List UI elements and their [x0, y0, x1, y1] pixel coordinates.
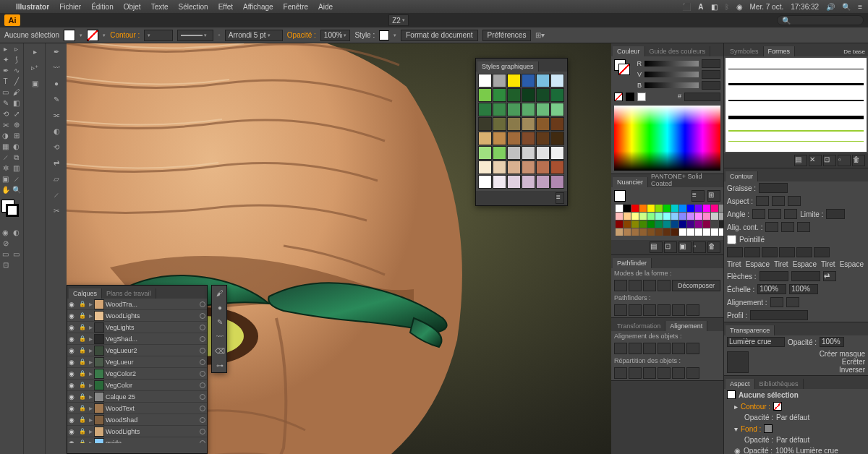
lock-toggle[interactable]: 🔒: [79, 370, 88, 377]
blend-mode-dropdown[interactable]: Lumière crue: [727, 337, 785, 347]
graphic-style-swatch[interactable]: [536, 175, 550, 189]
menubar-time[interactable]: 17:36:32: [791, 3, 819, 11]
none-mode-icon[interactable]: ⊘: [0, 238, 11, 249]
graphic-style-swatch[interactable]: [536, 160, 550, 174]
color-swatch[interactable]: [703, 220, 710, 228]
smooth-tearoff[interactable]: 〰: [212, 329, 228, 343]
libraries-tab[interactable]: Bibliothèques: [755, 379, 804, 389]
minus-back-button[interactable]: [686, 304, 699, 316]
graphic-style-swatch[interactable]: [493, 146, 506, 160]
document-format-button[interactable]: Format de document: [401, 30, 477, 41]
graphic-style-swatch[interactable]: [536, 132, 550, 145]
align-hcenter-button[interactable]: [629, 343, 642, 354]
color-swatch[interactable]: [647, 228, 655, 236]
new-brush-icon[interactable]: ▫: [838, 155, 851, 166]
graphic-style-swatch[interactable]: [478, 103, 492, 116]
graphic-style-swatch[interactable]: [522, 132, 535, 145]
color-swatch[interactable]: [624, 213, 631, 220]
color-swatch[interactable]: [663, 228, 671, 236]
align-left-button[interactable]: [614, 343, 627, 354]
visibility-toggle[interactable]: ◉: [69, 301, 77, 308]
merge-button[interactable]: [643, 304, 656, 316]
color-swatch[interactable]: [679, 205, 686, 212]
canvas[interactable]: Styles graphiques ≡ Calques Plans de tra…: [67, 43, 611, 454]
cc-icon[interactable]: ⬛: [682, 3, 691, 11]
graphic-style-swatch[interactable]: [550, 103, 564, 116]
appearance-stroke-swatch[interactable]: [773, 402, 782, 411]
graphic-style-swatch[interactable]: [379, 30, 389, 40]
mesh-tool[interactable]: ▦: [0, 141, 11, 152]
layer-row[interactable]: ◉ 🔒 ▸ Calque 25: [67, 391, 207, 403]
graphic-style-swatch[interactable]: [493, 88, 506, 102]
miter-limit-field[interactable]: [826, 209, 845, 219]
lock-toggle[interactable]: 🔒: [79, 324, 88, 330]
graphic-style-swatch[interactable]: [536, 117, 550, 131]
direct-selection-tool[interactable]: ▹: [11, 43, 22, 54]
appearance-global-opacity-label[interactable]: Opacité :: [744, 447, 773, 454]
layer-row[interactable]: ◉ 🔒 ▸ WoodLights: [67, 426, 207, 437]
layer-row[interactable]: ◉ 🔒 ▸ WoodShad: [67, 414, 207, 426]
lock-toggle[interactable]: 🔒: [79, 416, 88, 423]
eraser-tool[interactable]: ◧: [11, 98, 22, 108]
graphic-style-swatch[interactable]: [507, 103, 521, 116]
volume-icon[interactable]: 🔊: [826, 3, 835, 11]
appearance-fill-opacity-label[interactable]: Opacité :: [744, 436, 773, 444]
blob-brush-tool[interactable]: ●: [46, 75, 67, 91]
dropbox-icon[interactable]: ◧: [711, 3, 718, 11]
path-eraser-tearoff[interactable]: ⌫: [212, 343, 228, 358]
color-swatch[interactable]: [671, 228, 678, 236]
lock-toggle[interactable]: 🔒: [79, 428, 88, 434]
lock-toggle[interactable]: 🔒: [79, 382, 88, 388]
graphic-style-swatch[interactable]: [507, 117, 521, 131]
align-center[interactable]: [765, 222, 778, 232]
artboard-tool-tearoff[interactable]: ▣: [24, 75, 46, 91]
width-tool[interactable]: ⫘: [0, 119, 11, 130]
layers-tab[interactable]: Calques: [69, 288, 102, 299]
pathfinder-tab[interactable]: Pathfinder: [613, 258, 652, 268]
opacity-field[interactable]: 100%▾: [320, 30, 351, 41]
expand-button[interactable]: Décomposer: [672, 280, 720, 291]
graphic-style-swatch[interactable]: [507, 132, 521, 145]
wifi-icon[interactable]: ◉: [736, 3, 743, 11]
join-tearoff[interactable]: ⊶: [212, 358, 228, 372]
draw-normal-icon[interactable]: ▭: [0, 249, 11, 260]
align-right-button[interactable]: [643, 343, 656, 354]
color-swatch[interactable]: [663, 220, 671, 228]
dist-right-button[interactable]: [686, 367, 699, 379]
gap1[interactable]: [744, 247, 760, 257]
zoom-tool[interactable]: 🔍: [11, 184, 22, 195]
black-swatch[interactable]: [626, 93, 634, 101]
graphic-style-swatch[interactable]: [478, 74, 492, 87]
rotate-tool-tearoff[interactable]: ⟲: [46, 139, 67, 155]
graphic-style-swatch[interactable]: [536, 146, 550, 160]
dash3[interactable]: [796, 247, 812, 257]
color-swatch[interactable]: [616, 213, 623, 220]
arrow-scale-end[interactable]: 100%: [789, 284, 818, 294]
lasso-tool[interactable]: ⟆: [11, 54, 22, 65]
draw-behind-icon[interactable]: ▭: [11, 249, 22, 260]
dist-top-button[interactable]: [614, 367, 627, 379]
clip-checkbox[interactable]: Ecrêter: [752, 358, 865, 366]
none-colorropper[interactable]: [614, 93, 623, 101]
color-swatch[interactable]: [639, 205, 647, 212]
lock-toggle[interactable]: 🔒: [79, 335, 88, 342]
eyedropper-tool[interactable]: ⟋: [0, 152, 11, 163]
fill-swatch[interactable]: [64, 30, 75, 41]
dist-bottom-button[interactable]: [643, 367, 656, 379]
color-swatch[interactable]: [671, 205, 678, 212]
r-field[interactable]: [702, 59, 720, 68]
color-swatch[interactable]: [631, 213, 639, 220]
color-swatch[interactable]: [679, 228, 686, 236]
pencil-tearoff2[interactable]: ✎: [212, 314, 228, 329]
shape-builder-tool[interactable]: ◑: [0, 130, 11, 141]
color-swatch[interactable]: [687, 228, 694, 236]
layer-row[interactable]: ◉ 🔒 ▸ VegLueur: [67, 356, 207, 368]
symbol-sprayer-tool[interactable]: ✲: [0, 163, 11, 174]
menu-texte[interactable]: Texte: [151, 3, 169, 11]
rotate-tool[interactable]: ⟲: [0, 108, 11, 119]
color-swatch[interactable]: [679, 220, 686, 228]
menu-fichier[interactable]: Fichier: [59, 3, 81, 11]
dash2[interactable]: [762, 247, 778, 257]
new-group-icon[interactable]: ▣: [678, 241, 692, 253]
profile-dropdown[interactable]: [750, 310, 808, 320]
